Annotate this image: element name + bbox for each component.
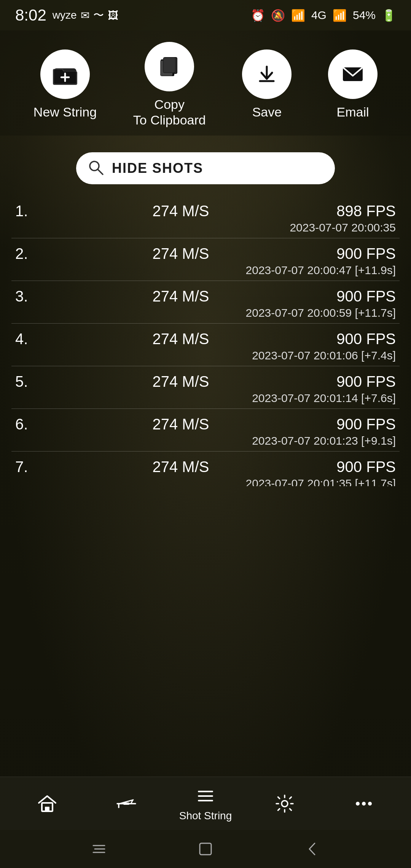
shot-row: 1.274 M/S898 FPS2023-07-07 20:00:35 bbox=[11, 196, 400, 238]
nav-more[interactable] bbox=[324, 793, 403, 814]
shot-speed-fps: 900 FPS bbox=[320, 416, 396, 433]
search-icon bbox=[88, 159, 104, 177]
new-string-button[interactable]: New String bbox=[33, 49, 97, 120]
settings-icon bbox=[274, 793, 295, 814]
shot-speed-fps: 900 FPS bbox=[320, 288, 396, 305]
save-icon-circle bbox=[242, 49, 292, 99]
shot-speed-fps: 900 FPS bbox=[320, 245, 396, 262]
shot-row: 4.274 M/S900 FPS2023-07-07 20:01:06 [+7.… bbox=[11, 324, 400, 366]
shot-row: 7.274 M/S900 FPS2023-07-07 20:01:35 [+11… bbox=[11, 452, 400, 486]
hide-shots-button[interactable]: HIDE SHOTS bbox=[76, 152, 335, 184]
svg-point-32 bbox=[368, 802, 372, 806]
rifle-icon bbox=[116, 793, 137, 814]
nav-rifle[interactable] bbox=[87, 793, 166, 814]
recent-apps-icon bbox=[89, 839, 108, 858]
svg-line-18 bbox=[98, 169, 103, 174]
email-label: Email bbox=[337, 104, 369, 120]
shot-row: 6.274 M/S900 FPS2023-07-07 20:01:23 [+9.… bbox=[11, 409, 400, 452]
shot-row: 5.274 M/S900 FPS2023-07-07 20:01:14 [+7.… bbox=[11, 366, 400, 409]
clipboard-copy-icon bbox=[157, 54, 182, 79]
shot-number: 2. bbox=[15, 245, 42, 262]
notification-icon: 〜 bbox=[93, 8, 104, 22]
shot-timestamp: 2023-07-07 20:00:35 bbox=[15, 221, 396, 234]
nav-shot-string-label: Shot String bbox=[179, 810, 232, 822]
hide-shots-label: HIDE SHOTS bbox=[112, 160, 203, 176]
shots-list: 1.274 M/S898 FPS2023-07-07 20:00:352.274… bbox=[0, 196, 411, 486]
shot-timestamp: 2023-07-07 20:01:06 [+7.4s] bbox=[15, 349, 396, 362]
svg-point-31 bbox=[362, 802, 366, 806]
more-icon bbox=[353, 793, 374, 814]
svg-rect-36 bbox=[200, 843, 211, 855]
shot-timestamp: 2023-07-07 20:01:14 [+7.6s] bbox=[15, 392, 396, 405]
copy-clipboard-icon-circle bbox=[145, 42, 194, 91]
svg-rect-12 bbox=[163, 57, 175, 73]
mute-icon: 🔕 bbox=[271, 9, 285, 22]
toolbar: New String CopyTo Clipboard bbox=[0, 30, 411, 136]
shot-timestamp: 2023-07-07 20:01:35 [+11.7s] bbox=[15, 477, 396, 486]
shot-speed-ms: 274 M/S bbox=[42, 458, 320, 475]
nav-home[interactable] bbox=[8, 793, 87, 814]
new-string-icon-circle bbox=[40, 49, 90, 99]
shot-speed-fps: 898 FPS bbox=[320, 203, 396, 220]
svg-point-30 bbox=[356, 802, 360, 806]
home-icon bbox=[37, 793, 58, 814]
lte-icon: 4G bbox=[311, 9, 327, 22]
svg-rect-20 bbox=[45, 807, 49, 811]
shot-timestamp: 2023-07-07 20:00:59 [+11.7s] bbox=[15, 306, 396, 319]
battery-text: 54% bbox=[353, 9, 376, 22]
copy-clipboard-label: CopyTo Clipboard bbox=[133, 97, 206, 128]
shot-number: 5. bbox=[15, 373, 42, 390]
alarm-icon: ⏰ bbox=[251, 9, 265, 22]
shot-speed-ms: 274 M/S bbox=[42, 330, 320, 348]
photo-icon: 🖼 bbox=[108, 9, 118, 22]
nav-shot-string[interactable]: Shot String bbox=[166, 785, 245, 822]
shot-speed-ms: 274 M/S bbox=[42, 373, 320, 390]
shot-number: 3. bbox=[15, 288, 42, 305]
email-icon-circle bbox=[328, 49, 378, 99]
wifi-icon: 📶 bbox=[291, 9, 305, 22]
back-icon bbox=[303, 839, 322, 858]
recent-apps-button[interactable] bbox=[89, 839, 108, 858]
email-button[interactable]: Email bbox=[328, 49, 378, 120]
home-system-icon bbox=[196, 839, 215, 858]
nav-settings[interactable] bbox=[245, 793, 324, 814]
save-label: Save bbox=[252, 104, 282, 120]
shot-row: 3.274 M/S900 FPS2023-07-07 20:00:59 [+11… bbox=[11, 281, 400, 324]
shot-string-icon bbox=[195, 785, 216, 807]
folder-plus-icon bbox=[53, 62, 77, 86]
wyze-icon: wyze bbox=[53, 9, 77, 21]
shot-speed-ms: 274 M/S bbox=[42, 288, 320, 305]
svg-rect-23 bbox=[123, 803, 129, 805]
status-bar: 8:02 wyze ✉ 〜 🖼 ⏰ 🔕 📶 4G 📶 54% 🔋 bbox=[0, 0, 411, 30]
shot-speed-ms: 274 M/S bbox=[42, 203, 320, 220]
shot-speed-fps: 900 FPS bbox=[320, 458, 396, 475]
shot-number: 4. bbox=[15, 330, 42, 348]
home-button[interactable] bbox=[196, 839, 215, 858]
new-string-label: New String bbox=[33, 104, 97, 120]
shot-row: 2.274 M/S900 FPS2023-07-07 20:00:47 [+11… bbox=[11, 238, 400, 281]
battery-icon: 🔋 bbox=[382, 9, 396, 22]
svg-point-29 bbox=[282, 801, 288, 807]
signal-icon: 📶 bbox=[333, 9, 347, 22]
shot-number: 1. bbox=[15, 203, 42, 220]
gmail-icon: ✉ bbox=[81, 9, 89, 22]
email-icon bbox=[341, 62, 365, 86]
save-button[interactable]: Save bbox=[242, 49, 292, 120]
shot-speed-fps: 900 FPS bbox=[320, 373, 396, 390]
shot-speed-ms: 274 M/S bbox=[42, 245, 320, 262]
download-icon bbox=[255, 62, 279, 86]
shot-timestamp: 2023-07-07 20:00:47 [+11.9s] bbox=[15, 264, 396, 277]
shot-speed-ms: 274 M/S bbox=[42, 416, 320, 433]
status-time: 8:02 bbox=[15, 6, 46, 24]
shot-speed-fps: 900 FPS bbox=[320, 330, 396, 348]
shot-number: 7. bbox=[15, 458, 42, 475]
back-button[interactable] bbox=[303, 839, 322, 858]
shot-timestamp: 2023-07-07 20:01:23 [+9.1s] bbox=[15, 434, 396, 447]
shot-number: 6. bbox=[15, 416, 42, 433]
bottom-nav: Shot String bbox=[0, 777, 411, 830]
copy-clipboard-button[interactable]: CopyTo Clipboard bbox=[133, 42, 206, 128]
system-nav bbox=[0, 830, 411, 868]
